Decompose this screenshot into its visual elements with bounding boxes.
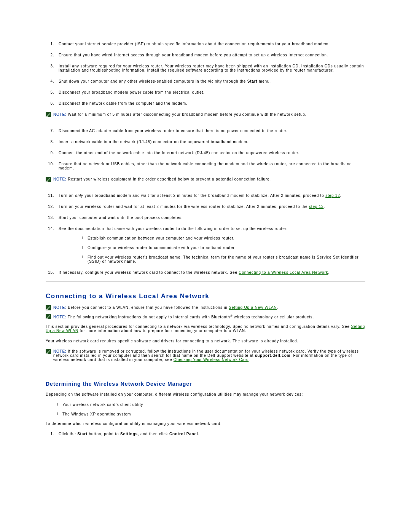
step-12-link[interactable]: step 12 [325, 193, 340, 198]
step-text: . [340, 193, 342, 198]
list-item: Configure your wireless router to commun… [82, 246, 365, 250]
step-text: Disconnect your broadband modem power ca… [59, 90, 205, 94]
step-text: Insert a network cable into the network … [59, 140, 249, 144]
only-emphasis: only [75, 193, 83, 198]
step-text: If necessary, configure your wireless ne… [59, 270, 239, 275]
support-url-bold: support.dell.com [255, 353, 290, 358]
step-text: See the documentation that came with you… [59, 227, 288, 231]
settings-bold: Settings [120, 432, 138, 436]
note-label: NOTE: [53, 315, 68, 319]
step-1: Contact your Internet service provider (… [56, 42, 365, 46]
note-body: Before you connect to a WLAN, ensure tha… [68, 305, 229, 310]
step-2: Ensure that you have wired Internet acce… [56, 53, 365, 57]
step-text: Install any software required for your w… [59, 64, 364, 72]
note-icon [46, 177, 51, 182]
note-icon [46, 112, 51, 117]
step-text: Connect the other end of the network cab… [59, 151, 299, 155]
step-13-link[interactable]: step 13 [309, 204, 323, 209]
note-text: NOTE: Wait for a minimum of 5 minutes af… [53, 112, 306, 117]
note-body: wireless technology or cellular products… [233, 315, 314, 319]
step-text: . [323, 204, 325, 209]
ordered-steps: Click the Start button, point to Setting… [46, 432, 365, 436]
note-text: NOTE: The following networking instructi… [53, 314, 314, 319]
note-icon [46, 305, 51, 310]
note-label: NOTE: [53, 349, 68, 353]
step-1: Click the Start button, point to Setting… [56, 432, 365, 436]
list-item: Find out your wireless router's broadcas… [82, 255, 365, 264]
note-label: NOTE: [53, 177, 68, 181]
step-text: Ensure that no network or USB cables, ot… [59, 162, 352, 170]
sub-list: Establish communication between your com… [59, 236, 365, 264]
item-text: Configure your wireless router to commun… [88, 246, 236, 250]
step-text: Disconnect the AC adapter cable from you… [59, 129, 288, 133]
step-7: Disconnect the AC adapter cable from you… [56, 129, 365, 133]
step-5: Disconnect your broadband modem power ca… [56, 90, 365, 94]
note-row: NOTE: Restart your wireless equipment in… [46, 177, 365, 182]
step-text: . [198, 432, 199, 436]
connecting-wlan-link[interactable]: Connecting to a Wireless Local Area Netw… [239, 270, 328, 275]
note-row: NOTE: Wait for a minimum of 5 minutes af… [46, 112, 365, 117]
step-text: . [328, 270, 330, 275]
ordered-steps: Turn on only your broadband modem and wa… [46, 193, 365, 275]
step-text: menu. [258, 79, 271, 83]
item-text: Your wireless network card's client util… [62, 403, 143, 407]
list-item: Establish communication between your com… [82, 236, 365, 240]
step-text: Ensure that you have wired Internet acce… [59, 53, 328, 57]
step-13: Start your computer and wait until the b… [56, 216, 365, 220]
step-text: Turn on [59, 193, 75, 198]
step-6: Disconnect the network cable from the co… [56, 101, 365, 105]
step-14: See the documentation that came with you… [56, 227, 365, 264]
step-12: Turn on your wireless router and wait fo… [56, 204, 365, 209]
subsection-title: Determining the Wireless Network Device … [46, 381, 365, 387]
note-text: NOTE: Restart your wireless equipment in… [53, 177, 271, 181]
note-label: NOTE: [53, 305, 68, 310]
note-text: NOTE: Before you connect to a WLAN, ensu… [53, 305, 278, 310]
note-body: The following networking instructions do… [68, 315, 230, 319]
note-body: Wait for a minimum of 5 minutes after di… [68, 112, 306, 117]
section-title: Connecting to a Wireless Local Area Netw… [46, 292, 365, 300]
start-bold: Start [247, 79, 258, 83]
note-body: Restart your wireless equipment in the o… [68, 177, 271, 181]
step-text: Shut down your computer and any other wi… [59, 79, 247, 83]
note-body: . [277, 305, 279, 310]
step-15: If necessary, configure your wireless ne… [56, 270, 365, 275]
list-item: Your wireless network card's client util… [57, 403, 365, 407]
paragraph: This section provides general procedures… [46, 324, 365, 333]
svg-rect-5 [46, 309, 48, 310]
note-text: NOTE: If the software is removed or corr… [53, 349, 365, 362]
step-8: Insert a network cable into the network … [56, 140, 365, 144]
step-text: your broadband modem and wait for at lea… [83, 193, 325, 198]
step-11: Turn on only your broadband modem and wa… [56, 193, 365, 198]
step-text: Contact your Internet service provider (… [59, 42, 330, 46]
paragraph: To determine which wireless configuratio… [46, 422, 365, 426]
svg-rect-9 [46, 353, 48, 354]
paragraph: Depending on the software installed on y… [46, 392, 365, 396]
checking-card-link[interactable]: Checking Your Wireless Network Card [174, 358, 249, 362]
svg-rect-1 [46, 116, 48, 117]
item-text: Find out your wireless router's broadcas… [88, 255, 358, 264]
svg-rect-3 [46, 181, 48, 182]
note-row: NOTE: The following networking instructi… [46, 314, 365, 319]
setup-wlan-link[interactable]: Setting Up a New WLAN [229, 305, 277, 310]
step-text: Click the [59, 432, 77, 436]
ordered-steps: Disconnect the AC adapter cable from you… [46, 129, 365, 170]
list-item: The Windows XP operating system [57, 412, 365, 416]
step-text: Disconnect the network cable from the co… [59, 101, 187, 105]
paragraph: Your wireless network card requires spec… [46, 339, 365, 343]
divider [46, 281, 365, 282]
step-10: Ensure that no network or USB cables, ot… [56, 162, 365, 170]
step-text: Start your computer and wait until the b… [59, 216, 183, 220]
start-bold: Start [77, 432, 88, 436]
note-row: NOTE: Before you connect to a WLAN, ensu… [46, 305, 365, 310]
item-text: Establish communication between your com… [88, 236, 234, 240]
para-text: This section provides general procedures… [46, 324, 351, 329]
step-text: Turn on your wireless router and wait fo… [59, 204, 309, 209]
step-3: Install any software required for your w… [56, 64, 365, 72]
step-text: button, point to [88, 432, 120, 436]
note-label: NOTE: [53, 112, 68, 117]
svg-rect-7 [46, 318, 48, 319]
step-4: Shut down your computer and any other wi… [56, 79, 365, 83]
note-icon [46, 314, 51, 319]
step-9: Connect the other end of the network cab… [56, 151, 365, 155]
item-text: The Windows XP operating system [62, 412, 131, 416]
